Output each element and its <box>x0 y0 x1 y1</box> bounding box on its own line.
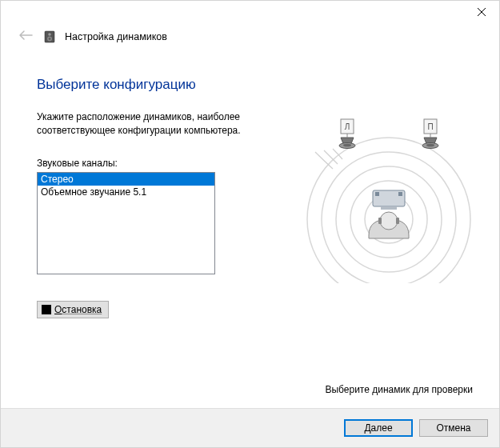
svg-rect-13 <box>396 218 399 224</box>
page-title: Выберите конфигурацию <box>37 77 463 93</box>
close-button[interactable] <box>463 1 499 23</box>
instruction-text: Укажите расположение динамиков, наиболее… <box>37 110 253 138</box>
right-speaker-icon: П <box>422 119 438 149</box>
svg-rect-12 <box>378 218 382 224</box>
list-item-label: Объемное звучание 5.1 <box>41 186 146 198</box>
speaker-app-icon <box>42 30 57 44</box>
speaker-setup-dialog: Настройка динамиков Выберите конфигураци… <box>0 0 500 448</box>
cancel-button-label: Отмена <box>436 422 470 434</box>
svg-point-10 <box>307 138 470 283</box>
svg-point-3 <box>48 33 51 36</box>
left-speaker-icon: Л <box>339 119 355 149</box>
listener-icon <box>369 212 409 238</box>
dialog-title: Настройка динамиков <box>65 31 167 42</box>
content-area: Выберите конфигурацию Укажите расположен… <box>1 59 499 408</box>
svg-rect-16 <box>398 192 402 196</box>
list-item-label: Стерео <box>41 174 74 185</box>
svg-point-21 <box>343 144 351 147</box>
list-item-surround-5-1[interactable]: Объемное звучание 5.1 <box>38 186 214 198</box>
next-button-label: Далее <box>364 422 392 434</box>
list-item-stereo[interactable]: Стерео <box>38 173 214 186</box>
svg-point-5 <box>49 38 51 40</box>
svg-point-26 <box>426 144 434 147</box>
stop-button-label: Остановка <box>54 304 102 315</box>
cancel-button[interactable]: Отмена <box>419 419 488 437</box>
monitor-icon <box>373 190 405 210</box>
stop-icon <box>42 305 51 314</box>
back-arrow-icon <box>17 28 34 45</box>
next-button[interactable]: Далее <box>344 419 413 437</box>
svg-rect-17 <box>381 206 397 210</box>
header: Настройка динамиков <box>1 25 499 59</box>
svg-text:Л: Л <box>345 122 350 131</box>
test-speaker-hint: Выберите динамик для проверки <box>325 384 473 395</box>
close-icon <box>478 8 486 16</box>
dialog-footer: Далее Отмена <box>1 408 499 447</box>
speaker-diagram: Л П <box>301 115 477 283</box>
svg-text:П: П <box>427 122 433 131</box>
stop-button[interactable]: Остановка <box>37 301 109 318</box>
audio-channels-listbox[interactable]: Стерео Объемное звучание 5.1 <box>37 172 215 274</box>
svg-point-11 <box>380 212 398 230</box>
titlebar <box>1 1 499 25</box>
svg-rect-15 <box>375 192 379 196</box>
